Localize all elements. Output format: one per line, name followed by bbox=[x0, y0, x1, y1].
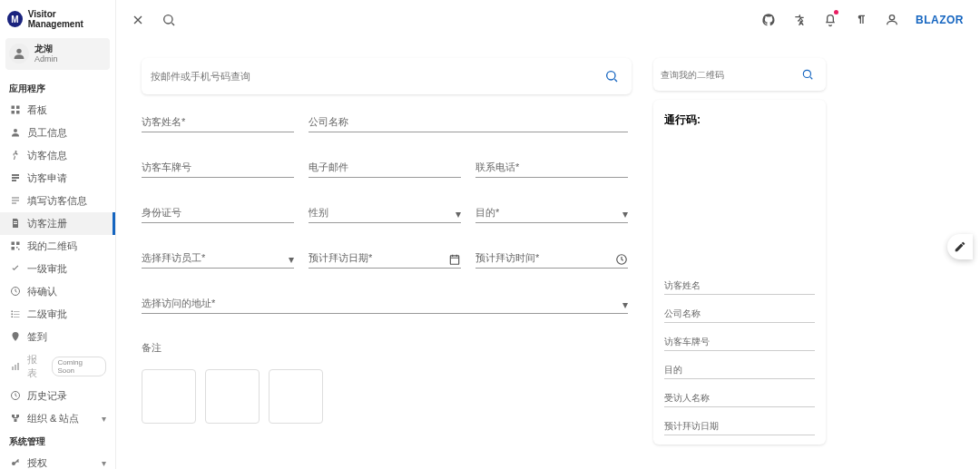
sidebar-item-visitorreg[interactable]: 访客注册 bbox=[0, 212, 115, 235]
rtl-icon[interactable] bbox=[850, 9, 872, 31]
github-icon[interactable] bbox=[758, 9, 779, 31]
logo-row: M Visitor Management bbox=[0, 0, 115, 34]
host-field[interactable]: 选择拜访员工▾ bbox=[142, 249, 294, 269]
pass-purpose: 目的 bbox=[664, 364, 815, 379]
user-card[interactable]: 龙湖 Admin bbox=[5, 38, 110, 70]
visitor-form: 访客姓名 公司名称 访客车牌号 电子邮件 联系电话 身份证号 性别▾ 目的▾ 选… bbox=[142, 112, 632, 314]
sidebar-item-approve2[interactable]: 二级审批 bbox=[0, 303, 115, 326]
address-field[interactable]: 选择访问的地址▾ bbox=[142, 294, 628, 314]
visit-date-field[interactable]: 预计拜访日期 bbox=[309, 249, 461, 269]
chevron-down-icon: ▾ bbox=[456, 208, 461, 220]
svg-rect-9 bbox=[12, 242, 15, 246]
visit-time-field[interactable]: 预计拜访时间 bbox=[475, 249, 628, 269]
sidebar-item-report[interactable]: 报表Coming Soon bbox=[0, 348, 115, 385]
upload-slot[interactable] bbox=[205, 369, 260, 424]
dashboard-icon bbox=[9, 103, 22, 116]
idno-field[interactable]: 身份证号 bbox=[142, 203, 294, 223]
chevron-down-icon: ▾ bbox=[622, 208, 628, 220]
qr-search-input[interactable] bbox=[661, 70, 797, 80]
sidebar-item-auth[interactable]: 授权▾ bbox=[0, 452, 115, 469]
qr-search-card bbox=[653, 58, 826, 91]
translate-icon[interactable] bbox=[789, 9, 810, 31]
brand-label[interactable]: BLAZOR bbox=[916, 14, 964, 26]
sidebar-item-orgsite[interactable]: 组织 & 站点▾ bbox=[0, 407, 115, 430]
svg-point-25 bbox=[889, 15, 894, 20]
field-label: 选择访问的地址 bbox=[142, 297, 215, 310]
search-button[interactable] bbox=[158, 9, 180, 31]
svg-point-24 bbox=[164, 15, 172, 24]
register-icon bbox=[9, 217, 22, 230]
field-label: 性别 bbox=[309, 206, 328, 220]
field-label: 预计拜访日期 bbox=[309, 251, 372, 265]
sidebar-item-checkin[interactable]: 签到 bbox=[0, 326, 115, 348]
account-icon[interactable] bbox=[881, 9, 903, 31]
chevron-down-icon: ▾ bbox=[102, 458, 106, 468]
remark-label: 备注 bbox=[142, 341, 632, 355]
user-info: 龙湖 Admin bbox=[34, 44, 58, 64]
notifications-icon[interactable] bbox=[819, 9, 841, 31]
nav-apps: 看板 员工信息 访客信息 访客申请 填写访客信息 访客注册 我的二维码 一级审批… bbox=[0, 99, 115, 430]
logo-icon: M bbox=[7, 11, 23, 27]
purpose-field[interactable]: 目的▾ bbox=[475, 203, 628, 223]
upload-slot[interactable] bbox=[142, 369, 196, 424]
edit-fab[interactable] bbox=[947, 234, 973, 259]
pass-fields: 访客姓名 公司名称 访客车牌号 目的 受访人名称 预计拜访日期 bbox=[664, 279, 815, 435]
app-title: Visitor Management bbox=[28, 9, 108, 29]
pencil-icon bbox=[954, 240, 966, 253]
close-drawer-button[interactable] bbox=[127, 9, 149, 31]
field-label: 电子邮件 bbox=[309, 161, 348, 174]
svg-rect-20 bbox=[15, 419, 17, 422]
run-icon bbox=[9, 149, 22, 161]
sidebar-item-label: 历史记录 bbox=[27, 389, 67, 403]
svg-point-26 bbox=[607, 72, 615, 80]
upload-slot[interactable] bbox=[269, 369, 323, 424]
gender-field[interactable]: 性别▾ bbox=[309, 203, 461, 223]
sidebar-item-pending[interactable]: 待确认 bbox=[0, 280, 115, 303]
svg-rect-11 bbox=[12, 247, 15, 250]
sidebar-item-visitorinfo[interactable]: 访客信息 bbox=[0, 144, 115, 167]
pass-column: 通行码: 访客姓名 公司名称 访客车牌号 目的 受访人名称 预计拜访日期 bbox=[653, 40, 826, 469]
sidebar-item-history[interactable]: 历史记录 bbox=[0, 385, 115, 407]
pass-host: 受访人名称 bbox=[664, 392, 815, 407]
email-field[interactable]: 电子邮件 bbox=[309, 158, 461, 178]
sidebar: M Visitor Management 龙湖 Admin 应用程序 看板 员工… bbox=[0, 0, 116, 469]
sidebar-item-label: 访客注册 bbox=[27, 217, 67, 230]
sidebar-item-label: 我的二维码 bbox=[27, 239, 77, 253]
visitor-name-field[interactable]: 访客姓名 bbox=[142, 112, 294, 132]
history-icon bbox=[9, 389, 22, 402]
search-icon[interactable] bbox=[797, 64, 818, 85]
sidebar-item-label: 员工信息 bbox=[27, 126, 67, 140]
sidebar-item-label: 二级审批 bbox=[27, 308, 67, 321]
notification-dot-icon bbox=[834, 10, 838, 15]
clock-icon bbox=[9, 285, 22, 298]
svg-rect-13 bbox=[18, 249, 20, 250]
sidebar-item-employee[interactable]: 员工信息 bbox=[0, 122, 115, 144]
sidebar-item-approve1[interactable]: 一级审批 bbox=[0, 258, 115, 280]
sidebar-item-dashboard[interactable]: 看板 bbox=[0, 99, 115, 122]
field-label: 身份证号 bbox=[142, 206, 181, 220]
pass-plate: 访客车牌号 bbox=[664, 336, 815, 351]
chart-icon bbox=[9, 360, 22, 373]
svg-point-0 bbox=[16, 49, 21, 54]
phone-field[interactable]: 联系电话 bbox=[475, 158, 628, 178]
sidebar-item-label: 访客申请 bbox=[27, 171, 67, 185]
field-label: 目的 bbox=[475, 206, 499, 220]
plate-field[interactable]: 访客车牌号 bbox=[142, 158, 294, 178]
svg-rect-1 bbox=[12, 106, 15, 110]
sidebar-item-myqr[interactable]: 我的二维码 bbox=[0, 235, 115, 258]
svg-rect-7 bbox=[14, 221, 17, 222]
search-icon[interactable] bbox=[601, 65, 622, 87]
sidebar-item-fillvisitor[interactable]: 填写访客信息 bbox=[0, 190, 115, 212]
pass-date: 预计拜访日期 bbox=[664, 420, 815, 435]
section-apps: 应用程序 bbox=[0, 77, 115, 99]
sidebar-item-visitorreq[interactable]: 访客申请 bbox=[0, 167, 115, 190]
main-search-input[interactable] bbox=[151, 71, 601, 82]
pass-company: 公司名称 bbox=[664, 308, 815, 323]
pass-card: 通行码: 访客姓名 公司名称 访客车牌号 目的 受访人名称 预计拜访日期 bbox=[653, 100, 826, 445]
company-field[interactable]: 公司名称 bbox=[309, 112, 628, 132]
svg-rect-18 bbox=[12, 415, 15, 417]
field-label: 选择拜访员工 bbox=[142, 251, 205, 265]
qr-icon bbox=[9, 239, 22, 252]
svg-rect-15 bbox=[12, 366, 14, 370]
calendar-icon bbox=[448, 253, 461, 266]
